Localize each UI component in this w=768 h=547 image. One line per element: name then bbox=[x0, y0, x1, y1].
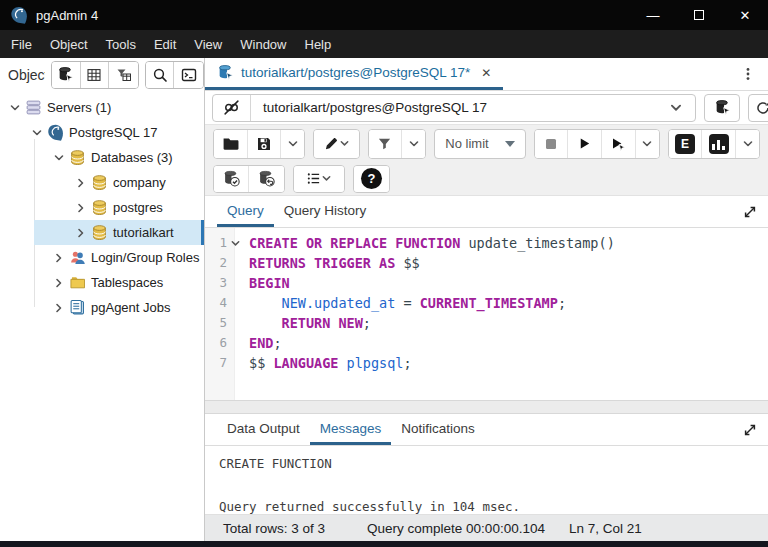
close-icon: ✕ bbox=[740, 8, 751, 23]
cancel-query-button[interactable] bbox=[535, 130, 569, 158]
menu-window[interactable]: Window bbox=[231, 30, 295, 58]
close-button[interactable]: ✕ bbox=[722, 0, 768, 30]
tree-item-postgresql-17[interactable]: PostgreSQL 17 bbox=[0, 120, 204, 145]
psql-tool-button[interactable] bbox=[174, 62, 203, 88]
connection-status-button[interactable] bbox=[213, 95, 251, 121]
code-line: 1CREATE OR REPLACE FUNCTION update_times… bbox=[205, 233, 768, 253]
maximize-icon bbox=[694, 10, 704, 20]
minimize-button[interactable]: — bbox=[630, 0, 676, 30]
menu-view[interactable]: View bbox=[185, 30, 231, 58]
status-bar: Total rows: 3 of 3 Query complete 00:00:… bbox=[205, 515, 768, 541]
code-line: 5 RETURN NEW; bbox=[205, 313, 768, 333]
row-limit-select[interactable]: No limit bbox=[434, 129, 525, 159]
output-tab-bar: Data Output Messages Notifications bbox=[205, 414, 768, 446]
tree-item-pgagent-jobs[interactable]: pgAgent Jobs bbox=[0, 295, 204, 320]
tree-item-label: Tablespaces bbox=[91, 275, 163, 290]
filtered-rows-icon bbox=[116, 67, 132, 83]
open-file-button[interactable] bbox=[214, 130, 248, 158]
chevron-down-icon bbox=[287, 138, 299, 150]
chevron-down-icon bbox=[9, 102, 21, 114]
search-objects-button[interactable] bbox=[146, 62, 175, 88]
maximize-button[interactable] bbox=[676, 0, 722, 30]
pencil-icon bbox=[324, 136, 339, 151]
tree-item-tutorialkart[interactable]: tutorialkart bbox=[0, 220, 204, 245]
object-explorer-tree: Servers (1) PostgreSQL 17 Databases (3) … bbox=[0, 91, 204, 541]
execute-script-button[interactable] bbox=[602, 130, 636, 158]
tree-item-label: Servers (1) bbox=[47, 100, 111, 115]
tree-item-label: company bbox=[113, 175, 166, 190]
menu-file[interactable]: File bbox=[2, 30, 41, 58]
menu-help[interactable]: Help bbox=[296, 30, 341, 58]
filter-button[interactable] bbox=[369, 130, 403, 158]
chevron-down-icon bbox=[408, 138, 420, 150]
tab-query[interactable]: Query bbox=[217, 196, 274, 227]
database-icon bbox=[69, 149, 86, 166]
explain-options-button[interactable] bbox=[736, 130, 759, 158]
tab-notifications[interactable]: Notifications bbox=[391, 414, 485, 445]
query-tool-tab-bar: tutorialkart/postgres@PostgreSQL 17* ✕ bbox=[205, 58, 768, 91]
new-connection-button[interactable] bbox=[704, 94, 740, 122]
macros-button[interactable] bbox=[294, 166, 344, 192]
commit-button[interactable] bbox=[214, 166, 249, 192]
reset-layout-button[interactable] bbox=[748, 94, 768, 122]
tab-close-icon[interactable]: ✕ bbox=[481, 66, 491, 80]
tab-options-button[interactable] bbox=[728, 58, 768, 90]
chevron-right-icon bbox=[75, 202, 87, 214]
execute-query-button[interactable] bbox=[568, 130, 602, 158]
code-line: 4 NEW.updated_at = CURRENT_TIMESTAMP; bbox=[205, 293, 768, 313]
menu-tools[interactable]: Tools bbox=[97, 30, 145, 58]
pgadmin-logo-icon bbox=[10, 6, 28, 24]
tablespaces-folder-icon bbox=[69, 274, 86, 291]
view-data-button[interactable] bbox=[81, 62, 110, 88]
folder-icon bbox=[222, 135, 239, 152]
chevron-down-icon bbox=[31, 127, 43, 139]
edit-options-button[interactable] bbox=[314, 130, 358, 158]
stop-icon bbox=[543, 136, 559, 152]
tree-item-company[interactable]: company bbox=[0, 170, 204, 195]
rollback-button[interactable] bbox=[249, 166, 284, 192]
menu-object[interactable]: Object bbox=[41, 30, 97, 58]
tree-item-servers[interactable]: Servers (1) bbox=[0, 95, 204, 120]
menu-edit[interactable]: Edit bbox=[145, 30, 185, 58]
connection-bar: tutorialkart/postgres@PostgreSQL 17 bbox=[205, 91, 768, 125]
tree-item-databases[interactable]: Databases (3) bbox=[0, 145, 204, 170]
chevron-down-icon bbox=[321, 173, 332, 184]
query-tool-tab[interactable]: tutorialkart/postgres@PostgreSQL 17* ✕ bbox=[205, 58, 503, 90]
query-toolbar: No limit E bbox=[205, 125, 768, 162]
code-line: 3BEGIN bbox=[205, 273, 768, 293]
help-button[interactable]: ? bbox=[354, 166, 389, 192]
pgadmin-window: pgAdmin 4 — ✕ File Object Tools Edit Vie… bbox=[0, 0, 768, 547]
tab-query-history[interactable]: Query History bbox=[274, 196, 377, 227]
save-options-button[interactable] bbox=[281, 130, 304, 158]
filter-options-button[interactable] bbox=[402, 130, 425, 158]
tree-item-tablespaces[interactable]: Tablespaces bbox=[0, 270, 204, 295]
panel-splitter[interactable] bbox=[205, 400, 768, 414]
save-file-button[interactable] bbox=[248, 130, 282, 158]
message-summary: Query returned successfully in 104 msec. bbox=[219, 499, 768, 514]
filtered-rows-button[interactable] bbox=[109, 62, 138, 88]
line-number: 3 bbox=[205, 273, 227, 293]
fold-chevron-icon[interactable] bbox=[230, 238, 241, 249]
expand-output-button[interactable] bbox=[742, 414, 758, 445]
connection-select[interactable]: tutorialkart/postgres@PostgreSQL 17 bbox=[251, 95, 695, 121]
tree-item-label: Login/Group Roles bbox=[91, 250, 199, 265]
tab-data-output[interactable]: Data Output bbox=[217, 414, 310, 445]
tab-messages[interactable]: Messages bbox=[310, 414, 392, 445]
minimize-icon: — bbox=[647, 8, 660, 23]
help-icon: ? bbox=[361, 168, 382, 189]
tree-item-postgres[interactable]: postgres bbox=[0, 195, 204, 220]
select-arrow-icon bbox=[505, 141, 515, 147]
expand-editor-button[interactable] bbox=[742, 196, 758, 227]
line-number: 7 bbox=[205, 353, 227, 373]
status-total-rows: Total rows: 3 of 3 bbox=[223, 521, 325, 536]
query-tool-button[interactable] bbox=[52, 62, 81, 88]
tree-item-login-group-roles[interactable]: Login/Group Roles bbox=[0, 245, 204, 270]
chevron-right-icon bbox=[53, 277, 65, 289]
execute-options-button[interactable] bbox=[636, 130, 659, 158]
database-connection-icon bbox=[714, 99, 731, 116]
sql-editor[interactable]: 1CREATE OR REPLACE FUNCTION update_times… bbox=[205, 228, 768, 400]
explain-button[interactable]: E bbox=[669, 130, 703, 158]
connection-value: tutorialkart/postgres@PostgreSQL 17 bbox=[263, 100, 487, 115]
explain-analyze-button[interactable] bbox=[702, 130, 736, 158]
line-number: 5 bbox=[205, 313, 227, 333]
